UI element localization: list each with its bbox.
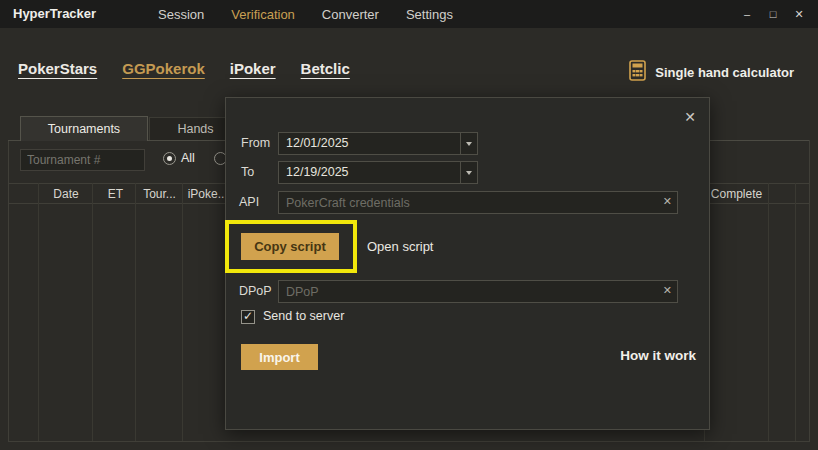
api-credentials-input[interactable] (278, 191, 678, 214)
copy-script-button[interactable]: Copy script (241, 233, 339, 260)
site-tab-betclic[interactable]: Betclic (301, 60, 350, 77)
table-grid-line (38, 183, 39, 441)
api-label: API (239, 195, 259, 209)
table-grid-line (795, 183, 796, 441)
titlebar: HyperTracker Session Verification Conver… (0, 0, 818, 28)
tournament-number-input[interactable] (20, 149, 145, 171)
table-grid-line (768, 183, 769, 441)
from-date-value: 12/01/2025 (279, 133, 460, 154)
app-window: HyperTracker Session Verification Conver… (0, 0, 818, 450)
chevron-down-icon (466, 171, 472, 175)
table-grid-line (135, 183, 136, 441)
dpop-input-wrap: ✕ (278, 280, 678, 303)
app-title: HyperTracker (13, 6, 96, 21)
site-tab-ggpokerok[interactable]: GGPokerok (122, 60, 205, 77)
column-header-ipoker[interactable]: iPoke.. (184, 187, 228, 201)
site-tabs: PokerStars GGPokerok iPoker Betclic (18, 60, 350, 77)
single-hand-calculator[interactable]: Single hand calculator (629, 60, 794, 85)
from-date-dropdown-button[interactable] (460, 133, 477, 154)
api-clear-icon[interactable]: ✕ (663, 195, 672, 208)
window-controls: – □ ✕ (734, 0, 812, 28)
send-to-server-label: Send to server (263, 309, 344, 323)
column-header-date[interactable]: Date (40, 187, 92, 201)
dpop-clear-icon[interactable]: ✕ (663, 284, 672, 297)
maximize-icon[interactable]: □ (760, 8, 786, 20)
open-script-link[interactable]: Open script (367, 239, 433, 254)
menu-verification[interactable]: Verification (231, 7, 295, 22)
verification-import-dialog: ✕ From 12/01/2025 To 12/19/2025 API ✕ Co… (225, 97, 710, 430)
column-header-complete[interactable]: Complete (705, 187, 768, 201)
menu-settings[interactable]: Settings (406, 7, 453, 22)
how-it-work-link[interactable]: How it work (620, 348, 696, 363)
send-to-server-checkbox[interactable]: ✓ (241, 310, 255, 324)
column-header-tour[interactable]: Tour... (137, 187, 182, 201)
checkmark-icon: ✓ (243, 309, 253, 323)
from-date-select[interactable]: 12/01/2025 (278, 132, 478, 155)
dpop-label: DPoP (239, 284, 272, 298)
column-header-et[interactable]: ET (96, 187, 135, 201)
close-icon[interactable]: ✕ (786, 8, 812, 21)
menu-session[interactable]: Session (158, 7, 204, 22)
menu-converter[interactable]: Converter (322, 7, 379, 22)
table-grid-line (92, 183, 93, 441)
import-button[interactable]: Import (241, 344, 318, 370)
from-label: From (241, 136, 270, 150)
to-date-dropdown-button[interactable] (460, 162, 477, 183)
site-tab-pokerstars[interactable]: PokerStars (18, 60, 97, 77)
table-grid-line (182, 183, 183, 441)
menubar: Session Verification Converter Settings (158, 0, 453, 28)
tab-tournaments[interactable]: Tournaments (20, 116, 148, 141)
panel-border-right (809, 140, 810, 442)
radio-all[interactable] (163, 152, 176, 165)
dialog-close-icon[interactable]: ✕ (684, 109, 696, 125)
minimize-icon[interactable]: – (734, 8, 760, 20)
calculator-label: Single hand calculator (655, 65, 794, 80)
to-date-select[interactable]: 12/19/2025 (278, 161, 478, 184)
to-label: To (241, 165, 254, 179)
chevron-down-icon (466, 142, 472, 146)
panel-border-left (8, 140, 9, 442)
radio-all-label: All (181, 151, 195, 165)
calculator-icon (629, 60, 646, 85)
site-tab-ipoker[interactable]: iPoker (230, 60, 276, 77)
to-date-value: 12/19/2025 (279, 162, 460, 183)
api-input-wrap: ✕ (278, 191, 678, 214)
dpop-input[interactable] (278, 280, 678, 303)
panel-border-bottom (8, 441, 809, 442)
